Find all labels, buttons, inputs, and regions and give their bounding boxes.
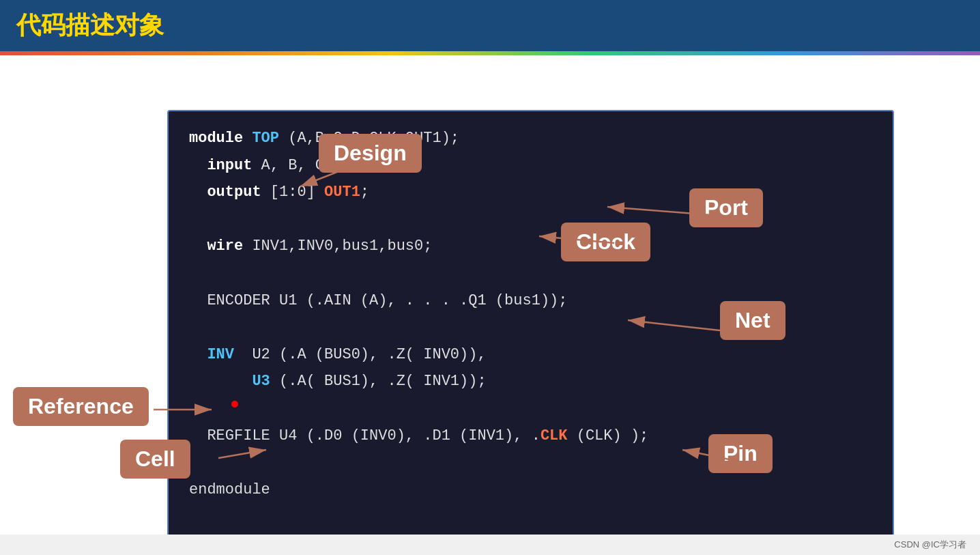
callout-clock: Clock: [561, 223, 650, 261]
code-line-11: [189, 395, 872, 423]
red-dot-indicator: [231, 401, 238, 408]
code-line-10: U3 (.A( BUS1), .Z( INV1));: [189, 368, 872, 395]
page-title: 代码描述对象: [16, 9, 164, 42]
callout-design: Design: [319, 134, 422, 173]
code-line-3: output [1:0] OUT1;: [189, 179, 872, 206]
code-line-5: wire INV1,INV0,bus1,bus0;: [189, 233, 872, 260]
callout-pin: Pin: [708, 434, 773, 473]
code-line-2: input A, B, C, D, CLK;: [189, 152, 872, 180]
footer-credit: CSDN @IC学习者: [894, 539, 966, 551]
code-line-4: [189, 206, 872, 233]
callout-reference: Reference: [13, 387, 149, 426]
code-line-9: INV U2 (.A (BUS0), .Z( INV0)),: [189, 341, 872, 369]
callout-cell: Cell: [120, 440, 190, 479]
footer: CSDN @IC学习者: [0, 535, 980, 555]
callout-port: Port: [689, 188, 763, 227]
callout-net: Net: [720, 301, 786, 340]
code-line-1: module TOP (A,B,C,D,CLK,OUT1);: [189, 125, 872, 152]
code-line-6: [189, 260, 872, 287]
main-content: module TOP (A,B,C,D,CLK,OUT1); input A, …: [0, 55, 980, 535]
code-line-14: endmodule: [189, 476, 872, 504]
header: 代码描述对象: [0, 0, 980, 51]
